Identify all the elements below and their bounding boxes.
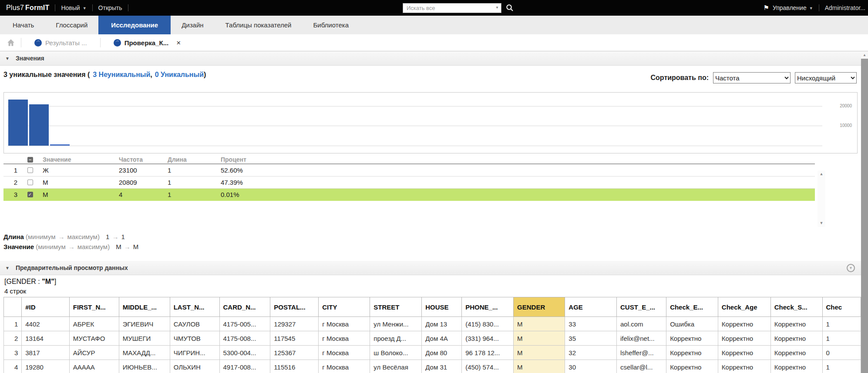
select-all-checkbox[interactable] xyxy=(27,157,33,163)
column-header-percent[interactable]: Процент xyxy=(217,156,313,163)
values-table-row[interactable]: 3М410.01% xyxy=(3,189,815,201)
preview-cell: Корректно xyxy=(718,360,770,373)
values-table-body: 1Ж23100152.60%2М20809147.39%3М410.01% xyxy=(3,164,815,201)
filter-expression: [GENDER : "M"] xyxy=(4,278,56,286)
doc-tab-label: Результаты ... xyxy=(45,39,87,47)
nav-tab-3[interactable]: Исследование xyxy=(98,16,171,34)
search-input[interactable] xyxy=(403,3,501,13)
values-section-header[interactable]: ▼ Значения xyxy=(0,51,868,66)
scroll-up-icon[interactable]: ▲ xyxy=(861,51,868,59)
preview-cell: 4402 xyxy=(22,317,70,331)
row-checkbox[interactable] xyxy=(27,180,33,185)
preview-cell: (450) 574... xyxy=(462,360,514,373)
preview-column-header[interactable]: HOUSE xyxy=(422,297,462,317)
preview-cell: ОЛЬХИН xyxy=(170,360,219,373)
column-header-value[interactable]: Значение xyxy=(39,156,115,163)
search-icon[interactable] xyxy=(506,4,514,12)
column-header-length[interactable]: Длина xyxy=(164,156,217,163)
doc-tab-active[interactable]: Проверка_К... × xyxy=(107,34,188,51)
nav-tab-4[interactable]: Дизайн xyxy=(171,16,214,34)
values-table-row[interactable]: 2М20809147.39% xyxy=(3,177,815,189)
row-number: 4 xyxy=(4,360,22,373)
preview-column-header[interactable]: CUST_E_... xyxy=(616,297,666,317)
arrow-right-icon: → xyxy=(58,233,65,240)
values-table-row[interactable]: 1Ж23100152.60% xyxy=(3,164,815,177)
divider xyxy=(100,38,101,47)
preview-column-header[interactable]: PHONE_... xyxy=(462,297,514,317)
preview-cell: 117545 xyxy=(270,331,319,346)
preview-section-header[interactable]: ▼ Предварительный просмотр данных ▼ xyxy=(0,261,868,275)
preview-cell: АЙСУР xyxy=(69,346,119,360)
collapse-triangle-icon[interactable]: ▼ xyxy=(5,266,10,270)
nav-tab-6[interactable]: Библиотека xyxy=(302,16,360,34)
preview-cell: 4175-005... xyxy=(219,317,270,331)
preview-cell: Корректно xyxy=(666,360,718,373)
preview-cell: 3817 xyxy=(22,346,70,360)
cell-value: М xyxy=(39,191,115,198)
preview-column-header[interactable]: CITY xyxy=(319,297,370,317)
nav-tab-2[interactable]: Глоссарий xyxy=(45,16,98,34)
arrow-right-icon: → xyxy=(112,233,118,240)
scrollbar-thumb[interactable] xyxy=(861,59,868,373)
scroll-up-icon[interactable]: ▲ xyxy=(820,172,824,176)
management-menu[interactable]: Управление▼ xyxy=(773,4,813,11)
preview-cell: Корректно xyxy=(770,317,822,331)
nonunique-link[interactable]: 3 Неуникальный xyxy=(93,71,150,78)
chart-bar-1[interactable] xyxy=(8,100,28,146)
close-icon[interactable]: × xyxy=(176,39,181,47)
preview-column-header[interactable]: #ID xyxy=(22,297,70,317)
row-checkbox[interactable] xyxy=(27,167,33,173)
preview-column-header[interactable]: Chec xyxy=(822,297,861,317)
cell-value: Ж xyxy=(39,167,115,174)
preview-cell: Корректно xyxy=(770,360,822,373)
cell-percent: 0.01% xyxy=(217,191,313,198)
preview-cell: Корректно xyxy=(718,317,770,331)
home-icon[interactable] xyxy=(7,39,15,47)
preview-column-header[interactable]: Check_S... xyxy=(770,297,822,317)
scroll-down-icon[interactable]: ▼ xyxy=(820,221,824,225)
unique-link[interactable]: 0 Уникальный xyxy=(155,71,204,78)
preview-column-header[interactable]: FIRST_N... xyxy=(69,297,119,317)
row-checkbox[interactable] xyxy=(27,192,33,197)
nav-tab-1[interactable]: Начать xyxy=(2,16,45,34)
preview-cell: Дом 4А xyxy=(422,331,462,346)
preview-column-header[interactable]: POSTAL... xyxy=(270,297,319,317)
document-icon xyxy=(34,39,42,47)
values-table-header: Значение Частота Длина Процент xyxy=(3,156,815,164)
preview-cell: 33 xyxy=(565,317,617,331)
user-menu[interactable]: Administrator... xyxy=(825,4,865,11)
preview-cell: aol.com xyxy=(616,317,666,331)
preview-cell: Дом 13 xyxy=(422,317,462,331)
new-menu[interactable]: Новый▼ xyxy=(61,4,86,11)
chart-bar-2[interactable] xyxy=(29,104,49,146)
page-scrollbar[interactable]: ▲ xyxy=(861,51,868,373)
nav-tab-5[interactable]: Таблицы показателей xyxy=(215,16,303,34)
open-menu[interactable]: Открыть xyxy=(98,4,122,11)
sort-direction-select[interactable]: Нисходящий xyxy=(795,72,857,83)
column-header-frequency[interactable]: Частота xyxy=(115,156,164,163)
cell-frequency: 20809 xyxy=(115,179,164,186)
preview-cell: М xyxy=(514,360,565,373)
preview-column-header[interactable]: Check_Age xyxy=(718,297,770,317)
preview-column-header[interactable]: LAST_N... xyxy=(170,297,219,317)
preview-column-header[interactable]: GENDER xyxy=(514,297,565,317)
collapse-triangle-icon[interactable]: ▼ xyxy=(5,56,10,61)
preview-column-header[interactable]: AGE xyxy=(565,297,617,317)
preview-column-header[interactable]: Check_E... xyxy=(666,297,718,317)
preview-column-header[interactable]: MIDDLE_... xyxy=(119,297,170,317)
preview-cell: Корректно xyxy=(718,331,770,346)
preview-table-row: 33817АЙСУРМАХАДД...ЧИГРИН...5300-004...1… xyxy=(4,346,861,360)
circled-down-arrow-icon[interactable]: ▼ xyxy=(847,264,855,272)
values-scrollbar[interactable]: ▲ ▼ xyxy=(818,170,825,227)
sort-by-select[interactable]: Частота xyxy=(713,72,791,83)
chart-plot: 2000010000 xyxy=(4,93,857,153)
search-scope-dropdown-icon[interactable]: ▼ xyxy=(495,6,499,10)
row-count: 4 строк xyxy=(4,287,26,295)
preview-column-header[interactable]: CARD_N... xyxy=(219,297,270,317)
preview-cell: САУЛОВ xyxy=(170,317,219,331)
doc-tab-results[interactable]: Результаты ... xyxy=(27,34,94,51)
preview-cell: АБРЕК xyxy=(69,317,119,331)
flag-icon: ⚑ xyxy=(763,4,769,12)
preview-column-header[interactable]: STREET xyxy=(370,297,422,317)
chart-bar-3[interactable] xyxy=(50,144,70,146)
